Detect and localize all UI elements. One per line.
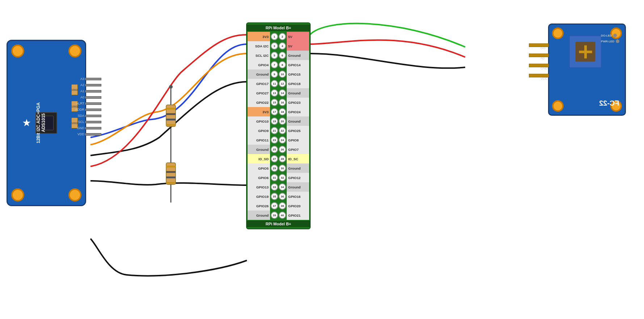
- diagram-canvas: ★ 12Bit I2C ADC+PGA ADS1015 100Ω 100Ω 10…: [0, 0, 644, 319]
- gpio-label-left-23: GPIO11: [248, 135, 270, 145]
- gpio-pin-36: 36: [279, 193, 286, 200]
- gpio-label-left-31: GPIO6: [248, 173, 270, 182]
- fc22-pin-a0: [529, 54, 549, 57]
- gpio-pin-7: 7: [271, 61, 278, 68]
- gpio-label-right-10: GPIO15: [287, 69, 309, 79]
- gpio-row-3: SDA I2C 3 4 5V: [247, 41, 310, 51]
- gpio-label-left-11: GPIO17: [248, 79, 270, 88]
- gpio-label-right-16: GPIO23: [287, 98, 309, 107]
- gpio-label-left-35: GPIO19: [248, 192, 270, 201]
- gpio-label-right-6: Ground: [287, 51, 309, 60]
- gpio-label-right-12: GPIO18: [287, 79, 309, 88]
- gpio-row-11: GPIO17 11 12 GPIO18: [247, 79, 310, 88]
- fc22-pot: [576, 42, 595, 62]
- gpio-pin-39: 39: [271, 212, 278, 219]
- svg-rect-2: [166, 105, 176, 127]
- gpio-pin-19: 19: [271, 118, 278, 125]
- gpio-label-right-34: Ground: [287, 182, 309, 192]
- gpio-label-right-36: GPIO16: [287, 192, 309, 201]
- gpio-pin-21: 21: [271, 127, 278, 134]
- gpio-pin-14: 14: [279, 89, 286, 97]
- gpio-pin-2: 2: [279, 33, 286, 40]
- gpio-label-left-15: GPIO22: [248, 98, 270, 107]
- gpio-label-left-37: GPIO26: [248, 201, 270, 210]
- gpio-pin-17: 17: [271, 108, 278, 115]
- gpio-label-left-13: GPIO27: [248, 88, 270, 98]
- fc22-pin-do: [529, 43, 549, 47]
- fc22-hole-tl: [552, 27, 564, 39]
- gpio-pin-11: 11: [271, 80, 278, 87]
- gpio-label-right-40: GPIO21: [287, 210, 309, 220]
- svg-rect-4: [166, 113, 176, 115]
- ads-corner-hole-br: [68, 188, 81, 201]
- gpio-label-right-20: Ground: [287, 116, 309, 126]
- gpio-pin-31: 31: [271, 174, 278, 181]
- gpio-label-left-9: Ground: [248, 69, 270, 79]
- gpio-label-right-38: GPIO20: [287, 201, 309, 210]
- gpio-label-left-5: SCL I2C: [248, 51, 270, 60]
- gpio-row-9: Ground 9 10 GPIO15: [247, 69, 310, 79]
- gpio-pin-26: 26: [279, 146, 286, 153]
- gpio-pin-29: 29: [271, 165, 278, 172]
- svg-point-14: [169, 85, 173, 89]
- gpio-label-right-26: GPIO7: [287, 145, 309, 154]
- gpio-pin-30: 30: [279, 165, 286, 172]
- svg-rect-3: [166, 108, 176, 110]
- svg-rect-10: [166, 166, 176, 167]
- gpio-pin-12: 12: [279, 80, 286, 87]
- gpio-row-37: GPIO26 37 38 GPIO20: [247, 201, 310, 210]
- gpio-row-31: GPIO6 31 32 GPIO12: [247, 173, 310, 182]
- fc22-leds: DO-LED PWR-LED: [601, 34, 619, 43]
- gpio-label-left-33: GPIO13: [248, 182, 270, 192]
- gpio-label-left-29: GPIO5: [248, 163, 270, 173]
- fc22-module: DO-LED PWR-LED DO A0 GND VCC FC-22: [548, 24, 626, 116]
- gpio-pin-38: 38: [279, 202, 286, 209]
- gpio-label-left-1: 3V3: [248, 32, 270, 41]
- ads-corner-hole-tl: [11, 44, 24, 58]
- rpi-header-title: RPi Model B+: [247, 25, 310, 31]
- gpio-pin-35: 35: [271, 193, 278, 200]
- gpio-label-right-30: Ground: [287, 163, 309, 173]
- gpio-pin-3: 3: [271, 42, 278, 50]
- svg-rect-12: [166, 176, 176, 178]
- gpio-label-left-7: GPIO4: [248, 60, 270, 69]
- gpio-label-right-28: ID_SC: [287, 154, 309, 163]
- gpio-pin-18: 18: [279, 108, 286, 115]
- gpio-pin-10: 10: [279, 71, 286, 78]
- svg-rect-9: [166, 163, 176, 184]
- ads1015-module: ★ 12Bit I2C ADC+PGA ADS1015 100Ω 100Ω 10…: [7, 40, 86, 206]
- gpio-pin-20: 20: [279, 118, 286, 125]
- gpio-pin-13: 13: [271, 89, 278, 97]
- gpio-pin-28: 28: [279, 155, 286, 162]
- fc22-connector-pins: [529, 43, 549, 77]
- gpio-pin-1: 1: [271, 33, 278, 40]
- fc22-do-led-label: DO-LED: [601, 34, 612, 37]
- gpio-label-left-19: GPIO10: [248, 116, 270, 126]
- gpio-pin-4: 4: [279, 42, 286, 50]
- fc22-pin-vcc: [529, 74, 549, 77]
- gpio-row-17: 3V3 17 18 GPIO24: [247, 107, 310, 116]
- gpio-row-19: GPIO10 19 20 Ground: [247, 116, 310, 126]
- svg-rect-5: [166, 119, 176, 120]
- svg-rect-13: [166, 182, 176, 184]
- svg-rect-6: [166, 124, 176, 126]
- gpio-pin-24: 24: [279, 136, 286, 144]
- gpio-row-13: GPIO27 13 14 Ground: [247, 88, 310, 98]
- gpio-label-right-4: 5V: [287, 41, 309, 51]
- fc22-pwr-led-label: PWR-LED: [601, 40, 614, 43]
- gpio-label-right-32: GPIO12: [287, 173, 309, 182]
- gpio-row-29: GPIO5 29 30 Ground: [247, 163, 310, 173]
- gpio-pin-32: 32: [279, 174, 286, 181]
- gpio-label-right-24: GPIO8: [287, 135, 309, 145]
- fc22-sensor-area: [569, 35, 602, 68]
- gpio-label-right-2: 5V: [287, 32, 309, 41]
- gpio-label-left-17: 3V3: [248, 107, 270, 116]
- gpio-label-right-14: Ground: [287, 88, 309, 98]
- gpio-row-35: GPIO19 35 36 GPIO16: [247, 192, 310, 201]
- gpio-row-39: Ground 39 40 GPIO21: [247, 210, 310, 220]
- gpio-row-1: 3V3 1 2 5V: [247, 32, 310, 41]
- gpio-pin-34: 34: [279, 183, 286, 191]
- gpio-row-27: ID_SD 27 28 ID_SC: [247, 154, 310, 163]
- gpio-row-5: SCL I2C 5 6 Ground: [247, 51, 310, 60]
- gpio-pin-6: 6: [279, 52, 286, 59]
